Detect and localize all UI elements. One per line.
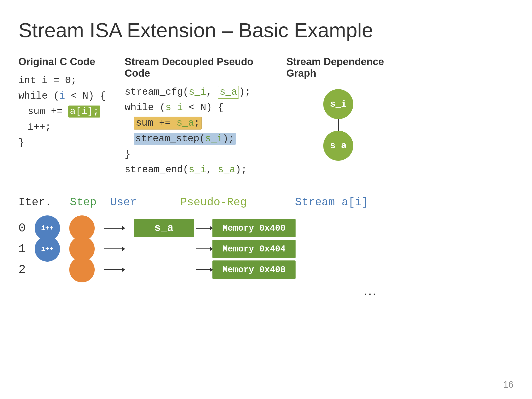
original-code-column: Original C Code int i = 0; while (i < N)… [19,56,106,151]
arrow-line-inner-0a [104,228,122,228]
graph-column: Stream Dependence Graph s_i s_a [286,56,397,158]
bottom-section: Iter. Step User Pseudo-Reg Stream a[i] 0… [19,196,513,298]
arrow-line-inner-1a [104,248,122,249]
iter-header: Iter. Step User Pseudo-Reg Stream a[i] [19,196,513,209]
original-code: int i = 0; while (i < N) { sum += a[i]; … [19,73,106,151]
user-label: User [110,196,137,209]
slide-title: Stream ISA Extension – Basic Example [19,19,513,42]
pseudo-header: Stream Decoupled Pseudo Code [125,56,268,79]
slide-container: { "title": "Stream ISA Extension – Basic… [0,0,532,399]
spacer-2 [134,260,194,279]
memory-box-1: Memory 0x404 [212,240,296,258]
arrow-0b [196,228,210,228]
graph-area: s_i s_a [305,89,374,158]
step-circle-1: i++ [35,236,60,262]
memory-text-1: Memory 0x404 [222,244,286,254]
iter-label: Iter. [19,196,52,209]
step-label: Step [70,196,96,209]
iter-row-2: 2 Memory 0x408 [19,259,513,280]
pseudo-line-2: while (s_i < N) { [125,100,268,115]
pseudo-line-5: } [125,147,268,162]
arrow-1b [196,248,210,249]
pseudo-reg-box-0: s_a [134,219,194,237]
arrow-0a [104,228,122,228]
page-number: 16 [503,379,514,390]
memory-text-0: Memory 0x400 [222,223,286,233]
iter-row-1: 1 i++ Memory 0x404 [19,239,513,259]
arrow-2b [196,269,210,270]
graph-node-si: s_i [323,89,353,119]
graph-node-sa: s_a [323,131,353,161]
original-header: Original C Code [19,56,106,67]
code-line-5: } [19,135,106,151]
iter-num-1: 1 [19,242,32,256]
graph-header: Stream Dependence Graph [286,56,397,79]
top-section: Original C Code int i = 0; while (i < N)… [19,56,513,177]
dots: … [226,282,513,298]
pseudo-reg-label: Pseudo-Reg [180,196,247,209]
memory-box-2: Memory 0x408 [212,260,296,279]
pseudo-line-6: stream_end(s_i, s_a); [125,162,268,177]
code-line-1: int i = 0; [19,73,106,89]
iter-user-2 [67,257,97,282]
code-line-2: while (i < N) { [19,89,106,104]
memory-text-2: Memory 0x408 [222,265,286,275]
pseudo-line-1: stream_cfg(s_i, s_a); [125,84,268,100]
user-circle-2 [69,257,95,282]
pseudo-reg-text-0: s_a [154,222,174,234]
iter-num-0: 0 [19,222,32,235]
iter-num-2: 2 [19,263,32,277]
iter-step-1: i++ [32,236,62,262]
graph-arrow [338,119,339,132]
pseudo-code-column: Stream Decoupled Pseudo Code stream_cfg(… [125,56,268,177]
code-line-3: sum += a[i]; [28,104,106,119]
arrow-1a [104,248,122,249]
arrow-line-inner-2a [104,269,122,270]
stream-label: Stream a[i] [295,196,368,209]
code-line-4: i++; [28,120,106,135]
memory-box-0: Memory 0x400 [212,219,296,237]
pseudo-line-3: sum += s_a; [134,115,268,131]
pseudo-line-4: stream_step(s_i); [134,131,268,147]
iter-row-0: 0 i++ s_a Memory 0x400 [19,218,513,239]
spacer-1 [134,240,194,258]
arrow-2a [104,269,122,270]
pseudo-code: stream_cfg(s_i, s_a); while (s_i < N) { … [125,84,268,177]
